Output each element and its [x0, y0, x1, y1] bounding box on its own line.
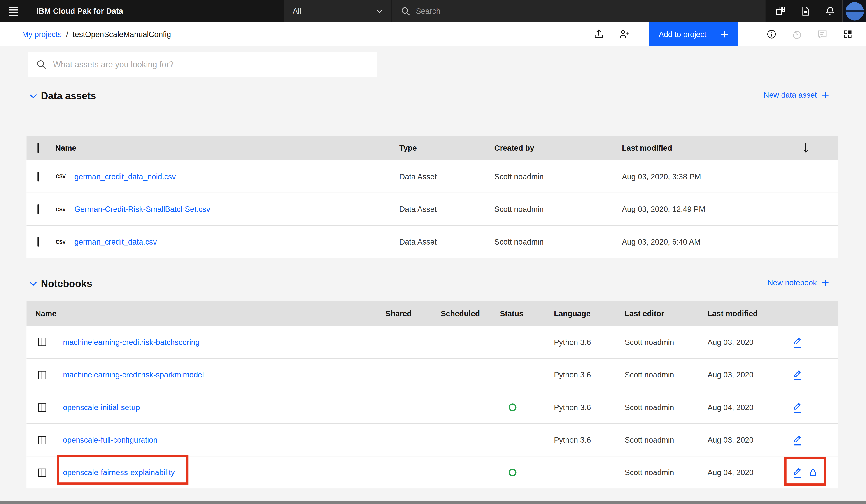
table-row: openscale-fairness-explainability Scott … [26, 456, 838, 489]
notebook-language: Python 3.6 [554, 403, 625, 412]
notebooks-table: Name Shared Scheduled Status Language La… [26, 301, 838, 489]
notebooks-table-header: Name Shared Scheduled Status Language La… [26, 301, 838, 326]
column-language: Language [554, 309, 625, 318]
lock-icon[interactable] [809, 468, 818, 477]
column-type: Type [399, 144, 495, 152]
data-assets-section-header: Data assets New data asset [26, 88, 838, 104]
info-icon[interactable] [759, 22, 784, 46]
notebook-last-modified: Aug 03, 2020 [708, 435, 789, 444]
project-toolbar: My projects / testOpenScaleManualConfig … [0, 22, 866, 46]
collapse-data-assets-icon[interactable] [26, 89, 40, 103]
edit-notebook-icon[interactable] [793, 336, 802, 347]
asset-created-by: Scott noadmin [495, 172, 622, 181]
asset-last-modified: Aug 03, 2020, 6:40 AM [622, 237, 774, 246]
global-header-actions [768, 0, 866, 22]
app-window: IBM Cloud Pak for Data All [0, 0, 866, 504]
row-checkbox[interactable] [37, 237, 38, 247]
data-assets-title: Data assets [41, 90, 96, 102]
edit-notebook-icon[interactable] [793, 402, 802, 413]
notifications-icon[interactable] [818, 0, 842, 22]
edit-notebook-icon[interactable] [793, 434, 802, 445]
add-to-project-label: Add to project [659, 30, 707, 38]
new-data-asset-link[interactable]: New data asset [764, 91, 829, 99]
asset-name-link[interactable]: German-Credit-Risk-SmallBatchSet.csv [74, 205, 210, 214]
notebook-name-link[interactable]: machinelearning-creditrisk-sparkmlmodel [63, 370, 204, 379]
project-content: Data assets New data asset 0 assets sele… [0, 46, 866, 501]
history-icon[interactable] [784, 22, 810, 46]
comments-icon[interactable] [810, 22, 835, 46]
column-last-modified: Last modified [708, 309, 789, 318]
asset-search-input[interactable] [53, 59, 362, 69]
notebook-language: Python 3.6 [554, 337, 625, 346]
apps-icon[interactable] [768, 0, 792, 22]
table-row: openscale-initial-setup Python 3.6 Scott… [26, 391, 838, 423]
toolbar-divider [752, 26, 752, 42]
breadcrumb-separator: / [66, 30, 68, 38]
search-scope-dropdown[interactable]: All [284, 0, 391, 22]
plus-icon [822, 279, 829, 286]
row-checkbox[interactable] [37, 171, 38, 181]
asset-search [27, 52, 377, 77]
collapse-notebooks-icon[interactable] [26, 277, 40, 290]
table-row: openscale-full-configuration Python 3.6 … [26, 423, 838, 456]
notebook-last-editor: Scott noadmin [625, 370, 708, 379]
search-scope-value: All [293, 7, 376, 15]
sort-descending-icon[interactable] [802, 143, 809, 153]
notebook-last-editor: Scott noadmin [625, 468, 708, 477]
notebook-language: Python 3.6 [554, 370, 625, 379]
plus-icon [822, 91, 829, 99]
column-name: Name [26, 309, 385, 318]
notebook-name-link[interactable]: machinelearning-creditrisk-batchscoring [63, 337, 200, 346]
global-header: IBM Cloud Pak for Data All [0, 0, 866, 22]
new-data-asset-label: New data asset [764, 91, 817, 99]
table-row: machinelearning-creditrisk-batchscoring … [26, 325, 838, 358]
add-collaborator-icon[interactable] [611, 22, 637, 46]
asset-last-modified: Aug 03, 2020, 12:49 PM [622, 205, 774, 214]
select-all-checkbox[interactable] [37, 143, 38, 153]
row-checkbox[interactable] [37, 204, 38, 214]
column-scheduled: Scheduled [441, 309, 500, 318]
add-to-project-button[interactable]: Add to project [649, 22, 739, 46]
notebooks-section-header: Notebooks New notebook [26, 276, 838, 291]
notebook-icon [37, 370, 47, 379]
menu-icon[interactable] [0, 0, 26, 22]
document-icon[interactable] [792, 0, 818, 22]
plus-icon [721, 31, 729, 38]
asset-name-link[interactable]: german_credit_data.csv [74, 237, 157, 246]
upload-icon[interactable] [586, 22, 611, 46]
notebook-language: Python 3.6 [554, 435, 625, 444]
edit-notebook-icon[interactable] [793, 369, 802, 380]
global-search [392, 0, 766, 22]
asset-name-link[interactable]: german_credit_data_noid.csv [74, 172, 176, 181]
product-title: IBM Cloud Pak for Data [36, 0, 123, 22]
notebook-last-modified: Aug 03, 2020 [708, 337, 789, 346]
breadcrumb-my-projects[interactable]: My projects [22, 30, 62, 38]
csv-file-icon: CSV [56, 173, 66, 179]
breadcrumb-current: testOpenScaleManualConfig [73, 30, 171, 38]
notebooks-title: Notebooks [41, 278, 92, 289]
search-icon [36, 59, 46, 69]
related-assets-icon[interactable] [835, 22, 861, 46]
breadcrumb: My projects / testOpenScaleManualConfig [22, 22, 171, 46]
status-active-indicator [509, 403, 516, 411]
global-search-input[interactable] [416, 7, 692, 15]
toolbar-actions: Add to project [586, 22, 866, 46]
table-row: CSV german_credit_data.csv Data Asset Sc… [26, 225, 838, 257]
chevron-down-icon [376, 9, 383, 13]
notebook-icon [37, 435, 47, 445]
edit-notebook-icon[interactable] [793, 467, 802, 478]
notebook-last-editor: Scott noadmin [625, 337, 708, 346]
notebook-last-modified: Aug 04, 2020 [708, 468, 789, 477]
avatar[interactable] [842, 0, 866, 22]
notebook-name-link[interactable]: openscale-full-configuration [63, 435, 158, 444]
avatar-image [845, 2, 864, 20]
new-notebook-label: New notebook [767, 278, 817, 287]
new-notebook-link[interactable]: New notebook [767, 278, 829, 287]
asset-created-by: Scott noadmin [495, 205, 622, 214]
asset-last-modified: Aug 03, 2020, 3:38 PM [622, 172, 774, 181]
csv-file-icon: CSV [56, 239, 66, 245]
notebook-name-link[interactable]: openscale-initial-setup [63, 403, 140, 412]
notebook-last-editor: Scott noadmin [625, 435, 708, 444]
notebook-name-link[interactable]: openscale-fairness-explainability [63, 468, 175, 477]
column-status: Status [500, 309, 554, 318]
